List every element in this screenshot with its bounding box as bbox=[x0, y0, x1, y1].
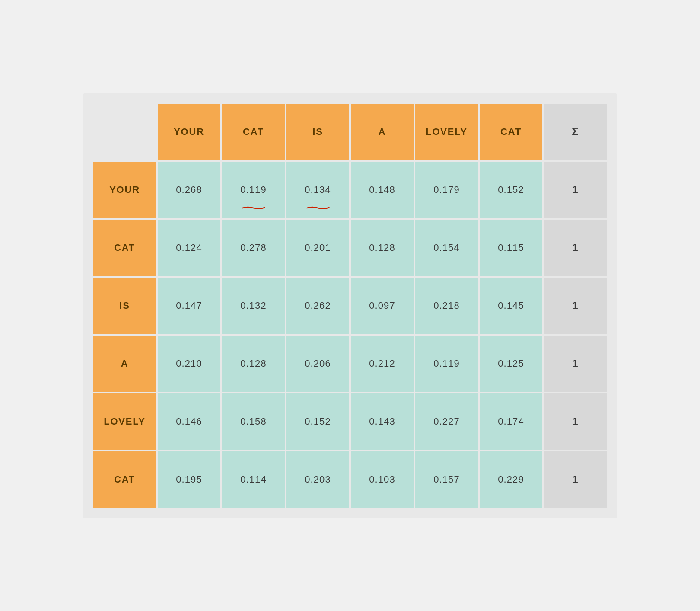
sum-cell-r3: 1 bbox=[544, 336, 607, 392]
red-underline-icon bbox=[242, 201, 265, 204]
data-cell-r1-c1: 0.278 bbox=[222, 220, 285, 276]
data-cell-r2-c2: 0.262 bbox=[286, 278, 349, 334]
data-cell-r3-c4: 0.119 bbox=[415, 336, 478, 392]
data-cell-r4-c0: 0.146 bbox=[158, 393, 220, 450]
data-cell-r2-c5: 0.145 bbox=[480, 278, 542, 334]
data-cell-r5-c5: 0.229 bbox=[480, 451, 542, 508]
data-cell-r3-c0: 0.210 bbox=[158, 336, 220, 392]
sum-cell-r2: 1 bbox=[544, 278, 607, 334]
data-cell-r0-c3: 0.148 bbox=[351, 162, 414, 218]
row-header-is-2: IS bbox=[93, 278, 156, 334]
row-header-a-3: A bbox=[93, 336, 156, 392]
sum-col-header: Σ bbox=[544, 104, 607, 160]
row-header-lovely-4: LOVELY bbox=[93, 393, 156, 450]
data-cell-r1-c0: 0.124 bbox=[158, 220, 220, 276]
data-cell-r0-c5: 0.152 bbox=[480, 162, 542, 218]
data-cell-r3-c5: 0.125 bbox=[480, 336, 542, 392]
data-cell-r4-c3: 0.143 bbox=[351, 393, 414, 450]
data-cell-r4-c5: 0.174 bbox=[480, 393, 542, 450]
data-cell-r3-c2: 0.206 bbox=[286, 336, 349, 392]
col-header-lovely: LOVELY bbox=[415, 104, 478, 160]
data-cell-r0-c0: 0.268 bbox=[158, 162, 220, 218]
data-cell-r4-c1: 0.158 bbox=[222, 393, 285, 450]
data-cell-r5-c4: 0.157 bbox=[415, 451, 478, 508]
data-cell-r0-c4: 0.179 bbox=[415, 162, 478, 218]
matrix-table-wrapper: YOURCATISALOVELYCATΣ YOUR0.2680.119 0.13… bbox=[83, 93, 617, 518]
corner-cell bbox=[93, 104, 156, 160]
data-cell-r3-c1: 0.128 bbox=[222, 336, 285, 392]
data-cell-r1-c5: 0.115 bbox=[480, 220, 542, 276]
sum-cell-r0: 1 bbox=[544, 162, 607, 218]
data-cell-r1-c2: 0.201 bbox=[286, 220, 349, 276]
data-cell-r2-c4: 0.218 bbox=[415, 278, 478, 334]
data-cell-r2-c3: 0.097 bbox=[351, 278, 414, 334]
data-cell-r1-c3: 0.128 bbox=[351, 220, 414, 276]
data-cell-r5-c2: 0.203 bbox=[286, 451, 349, 508]
col-header-a: A bbox=[351, 104, 414, 160]
col-header-cat: CAT bbox=[222, 104, 285, 160]
col-header-is: IS bbox=[286, 104, 349, 160]
data-cell-r5-c0: 0.195 bbox=[158, 451, 220, 508]
sum-cell-r4: 1 bbox=[544, 393, 607, 450]
data-cell-r5-c3: 0.103 bbox=[351, 451, 414, 508]
sum-cell-r1: 1 bbox=[544, 220, 607, 276]
data-cell-r4-c2: 0.152 bbox=[286, 393, 349, 450]
data-cell-r5-c1: 0.114 bbox=[222, 451, 285, 508]
data-cell-r4-c4: 0.227 bbox=[415, 393, 478, 450]
col-header-cat: CAT bbox=[480, 104, 542, 160]
col-header-your: YOUR bbox=[158, 104, 220, 160]
data-cell-r2-c1: 0.132 bbox=[222, 278, 285, 334]
red-underline-icon bbox=[306, 201, 330, 204]
row-header-cat-5: CAT bbox=[93, 451, 156, 508]
row-header-your-0: YOUR bbox=[93, 162, 156, 218]
data-cell-r2-c0: 0.147 bbox=[158, 278, 220, 334]
data-cell-r0-c2: 0.134 bbox=[286, 162, 349, 218]
attention-matrix-table: YOURCATISALOVELYCATΣ YOUR0.2680.119 0.13… bbox=[92, 102, 608, 509]
row-header-cat-1: CAT bbox=[93, 220, 156, 276]
sum-cell-r5: 1 bbox=[544, 451, 607, 508]
data-cell-r3-c3: 0.212 bbox=[351, 336, 414, 392]
data-cell-r0-c1: 0.119 bbox=[222, 162, 285, 218]
data-cell-r1-c4: 0.154 bbox=[415, 220, 478, 276]
